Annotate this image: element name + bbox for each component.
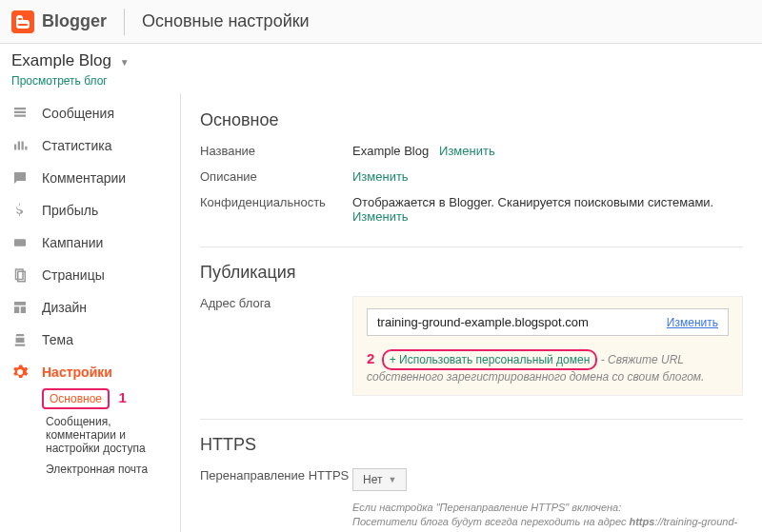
title-change-link[interactable]: Изменить <box>439 144 495 158</box>
dropdown-value: Нет <box>363 473 382 486</box>
campaigns-icon <box>11 234 29 251</box>
chevron-down-icon: ▼ <box>388 475 396 484</box>
layout-icon <box>11 299 29 316</box>
divider <box>200 246 743 247</box>
annotation-1: 1 <box>119 389 127 405</box>
sub-item-posts-comments[interactable]: Сообщения, комментарии и настройки досту… <box>42 411 180 459</box>
section-https-title: HTTPS <box>200 435 743 455</box>
blog-address-value: training-ground-example.blogspot.com <box>377 315 589 329</box>
privacy-value: Отображается в Blogger. Сканируется поис… <box>352 195 713 209</box>
gear-icon <box>11 364 29 381</box>
sidebar-label: Комментарии <box>42 170 126 186</box>
section-basic-title: Основное <box>200 110 743 130</box>
blog-address-change-link[interactable]: Изменить <box>667 316 718 329</box>
blogger-logo-icon <box>11 10 34 33</box>
desc-label: Описание <box>200 169 352 184</box>
https-redirect-label: Перенаправление HTTPS <box>200 468 352 483</box>
sidebar-item-settings[interactable]: Настройки <box>0 356 180 388</box>
addr-label: Адрес блога <box>200 296 352 310</box>
comments-icon <box>11 169 29 187</box>
https-redirect-dropdown[interactable]: Нет ▼ <box>352 468 407 491</box>
view-blog-link[interactable]: Просмотреть блог <box>11 74 108 88</box>
sidebar: Сообщения Статистика Комментарии Прибыль… <box>0 93 181 532</box>
sidebar-item-posts[interactable]: Сообщения <box>0 97 180 129</box>
https-note-2: Посетители блога будут всегда переходить… <box>352 516 629 527</box>
custom-domain-link[interactable]: + Использовать персональный домен <box>382 349 598 370</box>
title-value: Example Blog <box>352 144 429 158</box>
divider <box>200 419 743 420</box>
sidebar-item-comments[interactable]: Комментарии <box>0 162 180 194</box>
sidebar-label: Страницы <box>42 267 105 283</box>
dollar-icon <box>11 202 29 219</box>
section-pub-title: Публикация <box>200 263 743 283</box>
sidebar-item-theme[interactable]: Тема <box>0 324 180 356</box>
page-title: Основные настройки <box>142 11 310 31</box>
annotation-2: 2 <box>367 350 374 366</box>
sidebar-item-earnings[interactable]: Прибыль <box>0 194 180 227</box>
blog-selector[interactable]: Example Blog ▼ <box>0 44 762 74</box>
sub-item-basic[interactable]: Основное <box>42 388 110 409</box>
sidebar-label: Кампании <box>42 235 103 250</box>
sidebar-label: Тема <box>42 332 73 347</box>
stats-icon <box>11 137 29 154</box>
sidebar-label: Дизайн <box>42 300 87 315</box>
privacy-label: Конфиденциальность <box>200 195 352 209</box>
sidebar-item-pages[interactable]: Страницы <box>0 259 180 291</box>
sidebar-label: Сообщения <box>42 106 114 121</box>
sidebar-item-campaigns[interactable]: Кампании <box>0 227 180 259</box>
sidebar-item-stats[interactable]: Статистика <box>0 129 180 162</box>
title-label: Название <box>200 144 352 158</box>
blog-address-box: training-ground-example.blogspot.com Изм… <box>367 308 729 336</box>
https-note-bold: https <box>629 516 654 527</box>
sidebar-label: Прибыль <box>42 203 98 218</box>
content-area: Основное Название Example Blog Изменить … <box>181 93 762 532</box>
divider <box>124 9 125 35</box>
svg-rect-0 <box>14 239 26 246</box>
sidebar-label: Настройки <box>42 365 112 380</box>
pages-icon <box>11 266 29 284</box>
privacy-change-link[interactable]: Изменить <box>352 209 409 224</box>
sidebar-item-layout[interactable]: Дизайн <box>0 291 180 324</box>
desc-change-link[interactable]: Изменить <box>352 169 409 184</box>
theme-icon <box>11 331 29 348</box>
posts-icon <box>11 105 29 122</box>
sub-item-email[interactable]: Электронная почта <box>42 459 180 480</box>
https-note-1: Если настройка "Перенаправление HTTPS" в… <box>352 502 621 513</box>
chevron-down-icon: ▼ <box>120 57 130 68</box>
brand-name: Blogger <box>42 11 107 31</box>
sidebar-label: Статистика <box>42 138 112 153</box>
blog-name: Example Blog <box>11 51 111 69</box>
